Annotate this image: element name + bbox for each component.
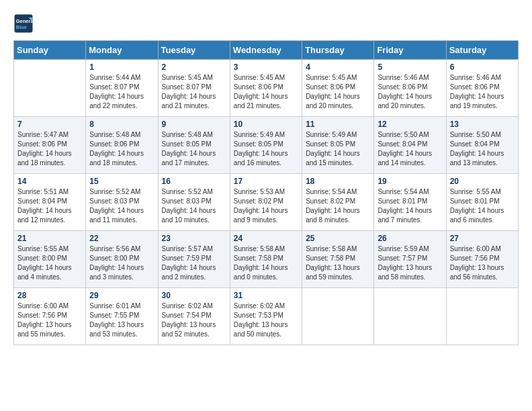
calendar-cell: 31Sunrise: 6:02 AM Sunset: 7:53 PM Dayli… [230,288,302,345]
day-info: Sunrise: 5:59 AM Sunset: 7:57 PM Dayligh… [378,244,442,282]
day-info: Sunrise: 6:02 AM Sunset: 7:54 PM Dayligh… [162,302,226,339]
calendar-header-row: SundayMondayTuesdayWednesdayThursdayFrid… [14,41,519,60]
day-number: 26 [378,234,442,243]
day-number: 15 [89,177,154,186]
calendar-cell: 26Sunrise: 5:59 AM Sunset: 7:57 PM Dayli… [374,231,446,288]
day-info: Sunrise: 5:54 AM Sunset: 8:01 PM Dayligh… [378,187,442,225]
day-info: Sunrise: 5:46 AM Sunset: 8:06 PM Dayligh… [450,73,515,111]
calendar-cell: 21Sunrise: 5:55 AM Sunset: 8:00 PM Dayli… [14,231,86,288]
calendar-cell [302,288,374,345]
day-number: 16 [162,177,226,186]
day-number: 13 [450,120,515,129]
calendar-week-row: 14Sunrise: 5:51 AM Sunset: 8:04 PM Dayli… [14,174,519,231]
day-number: 18 [306,177,370,186]
calendar-cell [374,288,446,345]
day-info: Sunrise: 5:45 AM Sunset: 8:07 PM Dayligh… [162,73,226,111]
weekday-header: Sunday [14,41,86,60]
day-info: Sunrise: 5:57 AM Sunset: 7:59 PM Dayligh… [162,244,226,282]
day-number: 19 [378,177,442,186]
day-number: 17 [234,177,298,186]
calendar-table: SundayMondayTuesdayWednesdayThursdayFrid… [13,40,519,345]
logo-icon: General Blue [13,13,34,34]
day-info: Sunrise: 5:55 AM Sunset: 8:00 PM Dayligh… [17,244,82,282]
weekday-header: Monday [86,41,158,60]
calendar-week-row: 7Sunrise: 5:47 AM Sunset: 8:06 PM Daylig… [14,117,519,174]
day-info: Sunrise: 5:45 AM Sunset: 8:06 PM Dayligh… [306,73,370,111]
day-info: Sunrise: 5:55 AM Sunset: 8:01 PM Dayligh… [450,187,515,225]
day-info: Sunrise: 5:51 AM Sunset: 8:04 PM Dayligh… [17,187,82,225]
calendar-cell: 18Sunrise: 5:54 AM Sunset: 8:02 PM Dayli… [302,174,374,231]
weekday-header: Tuesday [158,41,230,60]
day-number: 11 [306,120,370,129]
calendar-cell: 4Sunrise: 5:45 AM Sunset: 8:06 PM Daylig… [302,60,374,117]
page-header: General Blue [13,13,519,34]
day-info: Sunrise: 5:54 AM Sunset: 8:02 PM Dayligh… [306,187,370,225]
day-number: 21 [17,234,82,243]
day-info: Sunrise: 5:48 AM Sunset: 8:05 PM Dayligh… [162,130,226,168]
day-number: 22 [89,234,154,243]
calendar-cell: 23Sunrise: 5:57 AM Sunset: 7:59 PM Dayli… [158,231,230,288]
weekday-header: Saturday [446,41,518,60]
day-number: 28 [17,291,82,300]
day-number: 30 [162,291,226,300]
day-number: 8 [89,120,154,129]
calendar-cell: 5Sunrise: 5:46 AM Sunset: 8:06 PM Daylig… [374,60,446,117]
calendar-cell: 29Sunrise: 6:01 AM Sunset: 7:55 PM Dayli… [86,288,158,345]
day-number: 10 [234,120,298,129]
day-info: Sunrise: 5:56 AM Sunset: 8:00 PM Dayligh… [89,244,154,282]
day-info: Sunrise: 5:58 AM Sunset: 7:58 PM Dayligh… [306,244,370,282]
calendar-cell: 1Sunrise: 5:44 AM Sunset: 8:07 PM Daylig… [86,60,158,117]
calendar-cell: 17Sunrise: 5:53 AM Sunset: 8:02 PM Dayli… [230,174,302,231]
calendar-cell: 11Sunrise: 5:49 AM Sunset: 8:05 PM Dayli… [302,117,374,174]
day-number: 12 [378,120,442,129]
weekday-header: Thursday [302,41,374,60]
day-info: Sunrise: 5:45 AM Sunset: 8:06 PM Dayligh… [234,73,298,111]
day-number: 29 [89,291,154,300]
day-info: Sunrise: 5:48 AM Sunset: 8:06 PM Dayligh… [89,130,154,168]
calendar-cell [446,288,518,345]
svg-text:Blue: Blue [16,24,27,30]
calendar-cell [14,60,86,117]
calendar-cell: 24Sunrise: 5:58 AM Sunset: 7:58 PM Dayli… [230,231,302,288]
calendar-cell: 25Sunrise: 5:58 AM Sunset: 7:58 PM Dayli… [302,231,374,288]
logo: General Blue [13,13,34,34]
calendar-cell: 27Sunrise: 6:00 AM Sunset: 7:56 PM Dayli… [446,231,518,288]
day-number: 20 [450,177,515,186]
day-number: 1 [89,62,154,72]
calendar-cell: 22Sunrise: 5:56 AM Sunset: 8:00 PM Dayli… [86,231,158,288]
day-number: 25 [306,234,370,243]
day-info: Sunrise: 5:49 AM Sunset: 8:05 PM Dayligh… [306,130,370,168]
calendar-cell: 13Sunrise: 5:50 AM Sunset: 8:04 PM Dayli… [446,117,518,174]
day-info: Sunrise: 6:00 AM Sunset: 7:56 PM Dayligh… [450,244,515,282]
calendar-cell: 28Sunrise: 6:00 AM Sunset: 7:56 PM Dayli… [14,288,86,345]
day-info: Sunrise: 5:58 AM Sunset: 7:58 PM Dayligh… [234,244,298,282]
calendar-cell: 10Sunrise: 5:49 AM Sunset: 8:05 PM Dayli… [230,117,302,174]
day-info: Sunrise: 5:53 AM Sunset: 8:02 PM Dayligh… [234,187,298,225]
day-number: 14 [17,177,82,186]
calendar-cell: 12Sunrise: 5:50 AM Sunset: 8:04 PM Dayli… [374,117,446,174]
day-number: 27 [450,234,515,243]
day-number: 3 [234,62,298,72]
calendar-cell: 2Sunrise: 5:45 AM Sunset: 8:07 PM Daylig… [158,60,230,117]
day-info: Sunrise: 5:47 AM Sunset: 8:06 PM Dayligh… [17,130,82,168]
day-info: Sunrise: 5:52 AM Sunset: 8:03 PM Dayligh… [89,187,154,225]
day-number: 7 [17,120,82,129]
calendar-cell: 6Sunrise: 5:46 AM Sunset: 8:06 PM Daylig… [446,60,518,117]
calendar-cell: 15Sunrise: 5:52 AM Sunset: 8:03 PM Dayli… [86,174,158,231]
weekday-header: Wednesday [230,41,302,60]
calendar-cell: 3Sunrise: 5:45 AM Sunset: 8:06 PM Daylig… [230,60,302,117]
weekday-header: Friday [374,41,446,60]
day-info: Sunrise: 5:50 AM Sunset: 8:04 PM Dayligh… [450,130,515,168]
day-info: Sunrise: 5:44 AM Sunset: 8:07 PM Dayligh… [89,73,154,111]
day-number: 31 [234,291,298,300]
calendar-week-row: 21Sunrise: 5:55 AM Sunset: 8:00 PM Dayli… [14,231,519,288]
day-number: 24 [234,234,298,243]
calendar-cell: 9Sunrise: 5:48 AM Sunset: 8:05 PM Daylig… [158,117,230,174]
day-info: Sunrise: 5:49 AM Sunset: 8:05 PM Dayligh… [234,130,298,168]
calendar-cell: 19Sunrise: 5:54 AM Sunset: 8:01 PM Dayli… [374,174,446,231]
calendar-week-row: 28Sunrise: 6:00 AM Sunset: 7:56 PM Dayli… [14,288,519,345]
day-info: Sunrise: 5:52 AM Sunset: 8:03 PM Dayligh… [162,187,226,225]
day-number: 23 [162,234,226,243]
day-info: Sunrise: 6:00 AM Sunset: 7:56 PM Dayligh… [17,302,82,339]
day-number: 6 [450,62,515,72]
